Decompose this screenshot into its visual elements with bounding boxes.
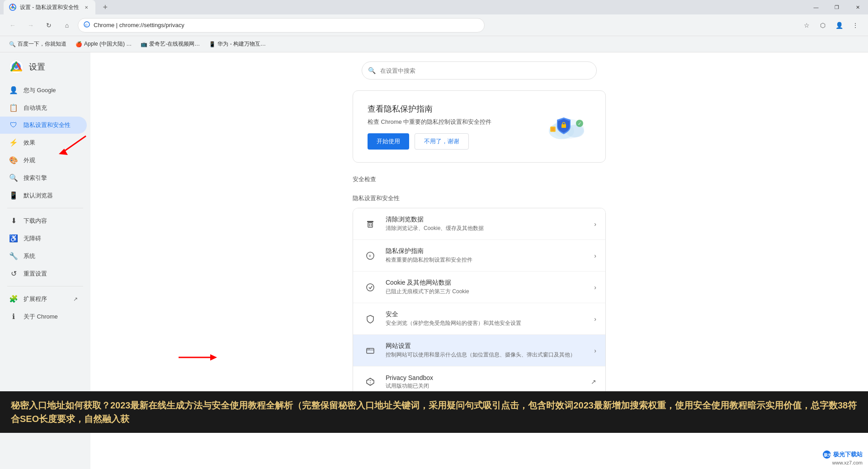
- seo-banner-text: 秘密入口地址如何获取？2023最新在线生成方法与安全使用教程全解析（完整保留秘密…: [11, 400, 857, 424]
- sidebar-item-appearance[interactable]: 🎨 外观: [0, 151, 87, 169]
- bookmark-item-1[interactable]: 🍎 Apple (中国大陆) …: [72, 38, 135, 50]
- tab-close-button[interactable]: ✕: [83, 4, 90, 11]
- settings-item-clear-browsing[interactable]: 清除浏览数据 清除浏览记录、Cookie、缓存及其他数据 ›: [353, 208, 605, 240]
- url-bar[interactable]: C Chrome | chrome://settings/privacy: [78, 18, 485, 33]
- system-icon: 🔧: [9, 252, 18, 260]
- privacy-sandbox-desc: 试用版功能已关闭: [386, 382, 587, 390]
- svg-rect-13: [561, 124, 566, 128]
- sidebar-label-accessibility: 无障碍: [24, 234, 41, 243]
- site-settings-desc: 控制网站可以使用和显示什么信息（如位置信息、摄像头、弹出式窗口及其他）: [386, 351, 590, 359]
- menu-button[interactable]: ⋮: [848, 18, 863, 33]
- refresh-button[interactable]: ↻: [42, 18, 56, 33]
- back-button[interactable]: ←: [5, 18, 20, 33]
- forward-button[interactable]: →: [24, 18, 38, 33]
- sidebar-item-google[interactable]: 👤 您与 Google: [0, 81, 87, 99]
- sidebar-title: 设置: [29, 61, 45, 72]
- clear-browsing-desc: 清除浏览记录、Cookie、缓存及其他数据: [386, 225, 590, 232]
- svg-point-24: [367, 284, 374, 291]
- tab-title: 设置 - 隐私设置和安全性: [20, 4, 79, 11]
- sidebar-item-about[interactable]: ℹ 关于 Chrome: [0, 308, 87, 325]
- google-icon: 👤: [9, 86, 18, 94]
- settings-item-security[interactable]: 安全 安全浏览（保护您免受危险网站的侵害）和其他安全设置 ›: [353, 303, 605, 335]
- svg-rect-15: [551, 127, 555, 131]
- watermark-brand: 极光下载站: [833, 450, 863, 459]
- start-button[interactable]: 开始使用: [368, 133, 409, 150]
- sidebar-item-extensions[interactable]: 🧩 扩展程序 ↗: [0, 290, 87, 308]
- watermark-logo-icon: 极光: [822, 450, 831, 459]
- cookies-icon: [362, 279, 378, 295]
- bookmark-icon-1: 🍎: [75, 41, 82, 47]
- sidebar-label-about: 关于 Chrome: [24, 313, 58, 321]
- cast-button[interactable]: ⬡: [816, 18, 830, 33]
- privacy-guide-banner: 查看隐私保护指南 检查 Chrome 中重要的隐私控制设置和安全控件 开始使用 …: [353, 90, 606, 163]
- privacy-guide-content: 隐私保护指南 检查重要的隐私控制设置和安全控件: [386, 247, 590, 264]
- clear-browsing-arrow: ›: [594, 220, 596, 228]
- seo-banner: 秘密入口地址如何获取？2023最新在线生成方法与安全使用教程全解析（完整保留秘密…: [0, 391, 868, 433]
- profile-button[interactable]: 👤: [832, 18, 846, 33]
- about-icon: ℹ: [9, 312, 18, 321]
- sidebar-label-downloads: 下载内容: [24, 217, 47, 225]
- privacy-icon: 🛡: [9, 121, 18, 129]
- security-settings-icon: [362, 311, 378, 327]
- sidebar-item-downloads[interactable]: ⬇ 下载内容: [0, 212, 87, 230]
- privacy-guide-desc: 检查重要的隐私控制设置和安全控件: [386, 256, 590, 264]
- sidebar-item-system[interactable]: 🔧 系统: [0, 247, 87, 265]
- search-input[interactable]: [362, 61, 597, 80]
- decline-button[interactable]: 不用了，谢谢: [415, 133, 469, 150]
- settings-item-privacy-guide[interactable]: + 隐私保护指南 检查重要的隐私控制设置和安全控件 ›: [353, 240, 605, 272]
- cookies-arrow: ›: [594, 284, 596, 291]
- search-icon: 🔍: [9, 174, 18, 182]
- sidebar-divider-1: [7, 208, 83, 208]
- sidebar-item-performance[interactable]: ⚡ 效果: [0, 134, 87, 151]
- security-desc: 安全浏览（保护您免受危险网站的侵害）和其他安全设置: [386, 319, 590, 327]
- sidebar-label-performance: 效果: [24, 139, 35, 147]
- sidebar-item-reset[interactable]: ↺ 重置设置: [0, 265, 87, 282]
- sidebar-divider-2: [7, 286, 83, 286]
- window-controls: — ❐ ✕: [806, 0, 868, 14]
- home-button[interactable]: ⌂: [60, 18, 74, 33]
- restore-button[interactable]: ❐: [826, 0, 847, 14]
- close-button[interactable]: ✕: [847, 0, 868, 14]
- cookies-content: Cookie 及其他网站数据 已阻止无痕模式下的第三方 Cookie: [386, 279, 590, 295]
- privacy-security-header: 隐私设置和安全性: [353, 194, 606, 204]
- privacy-guide-arrow: ›: [594, 252, 596, 259]
- cookies-title: Cookie 及其他网站数据: [386, 279, 590, 287]
- bookmark-item-3[interactable]: 📱 华为 - 构建万物互…: [205, 38, 269, 50]
- svg-text:C: C: [85, 23, 88, 27]
- sidebar-item-search[interactable]: 🔍 搜索引擎: [0, 169, 87, 187]
- svg-rect-19: [368, 223, 373, 227]
- privacy-sandbox-content: Privacy Sandbox 试用版功能已关闭: [386, 374, 587, 390]
- banner-buttons: 开始使用 不用了，谢谢: [368, 133, 491, 150]
- sidebar-label-autofill: 自动填充: [24, 104, 47, 112]
- privacy-sandbox-title: Privacy Sandbox: [386, 374, 587, 381]
- bookmark-item-2[interactable]: 📺 爱奇艺-在线视频网…: [137, 38, 203, 50]
- bookmark-item-0[interactable]: 🔍 百度一下，你就知道: [5, 38, 70, 50]
- sidebar-item-accessibility[interactable]: ♿ 无障碍: [0, 230, 87, 247]
- clear-browsing-content: 清除浏览数据 清除浏览记录、Cookie、缓存及其他数据: [386, 216, 590, 232]
- minimize-button[interactable]: —: [806, 0, 826, 14]
- cookies-desc: 已阻止无痕模式下的第三方 Cookie: [386, 288, 590, 295]
- svg-text:极光: 极光: [823, 453, 831, 457]
- settings-item-site-settings[interactable]: 网站设置 控制网站可以使用和显示什么信息（如位置信息、摄像头、弹出式窗口及其他）…: [353, 335, 605, 366]
- reset-icon: ↺: [9, 269, 18, 278]
- sidebar-item-privacy[interactable]: 🛡 隐私设置和安全性: [0, 117, 87, 134]
- bookmark-button[interactable]: ☆: [799, 18, 814, 33]
- svg-text:✓: ✓: [578, 121, 581, 126]
- settings-list: 清除浏览数据 清除浏览记录、Cookie、缓存及其他数据 › + 隐私保护指南 …: [353, 208, 606, 398]
- url-text: Chrome | chrome://settings/privacy: [94, 22, 479, 28]
- sidebar-item-autofill[interactable]: 📋 自动填充: [0, 99, 87, 117]
- active-tab[interactable]: 设置 - 隐私设置和安全性 ✕: [4, 0, 95, 14]
- settings-item-cookies[interactable]: Cookie 及其他网站数据 已阻止无痕模式下的第三方 Cookie ›: [353, 272, 605, 303]
- title-bar: 设置 - 隐私设置和安全性 ✕ + — ❐ ✕: [0, 0, 868, 14]
- extensions-icon: 🧩: [9, 295, 18, 303]
- sidebar-label-privacy: 隐私设置和安全性: [24, 121, 71, 129]
- security-icon: C: [84, 21, 90, 29]
- safety-check-header: 安全检查: [353, 175, 606, 185]
- sidebar-item-browser[interactable]: 📱 默认浏览器: [0, 187, 87, 204]
- sidebar-label-browser: 默认浏览器: [24, 192, 53, 200]
- watermark-url: www.xz7.com: [832, 460, 863, 465]
- new-tab-button[interactable]: +: [99, 1, 112, 14]
- sidebar-label-reset: 重置设置: [24, 270, 47, 278]
- tab-strip: 设置 - 隐私设置和安全性 ✕ +: [4, 0, 112, 14]
- svg-text:+: +: [368, 253, 371, 258]
